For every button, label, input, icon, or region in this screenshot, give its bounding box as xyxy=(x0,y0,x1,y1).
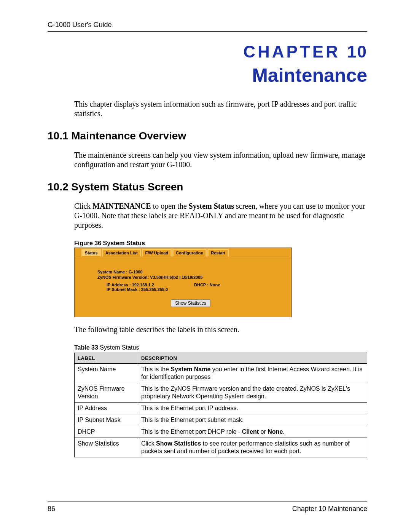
page-footer: 86 Chapter 10 Maintenance xyxy=(48,502,367,513)
figure-caption: Figure 36 System Status xyxy=(74,240,367,247)
section-10-2-body: Click MAINTENANCE to open the System Sta… xyxy=(74,201,367,230)
chapter-number: 10 xyxy=(347,42,367,61)
tab-fw-upload[interactable]: F/W Upload xyxy=(142,249,172,257)
screenshot-mask: IP Subnet Mask : 255.255.255.0 xyxy=(107,287,284,292)
screenshot-tab-row: Status Association List F/W Upload Confi… xyxy=(75,248,292,258)
screenshot-body: System Name : G-1000 ZyNOS Firmware Vers… xyxy=(75,258,292,317)
screenshot-dhcp: DHCP : None xyxy=(194,283,220,287)
th-label: LABEL xyxy=(75,353,138,364)
cell-label: IP Subnet Mask xyxy=(75,414,138,426)
chapter-intro: This chapter displays system information… xyxy=(74,99,367,118)
table-row: IP Subnet Mask This is the Ethernet port… xyxy=(75,414,367,426)
system-status-table: LABEL DESCRIPTION System Name This is th… xyxy=(74,353,367,457)
table-row: Show Statistics Click Show Statistics to… xyxy=(75,438,367,457)
system-status-screenshot: Status Association List F/W Upload Confi… xyxy=(74,248,292,317)
tab-restart[interactable]: Restart xyxy=(207,249,229,257)
cell-label: Show Statistics xyxy=(75,438,138,457)
table-row: System Name This is the System Name you … xyxy=(75,364,367,383)
cell-desc: This is the Ethernet port subnet mask. xyxy=(138,414,367,426)
table-caption: Table 33 System Status xyxy=(74,344,367,351)
after-figure-text: The following table describes the labels… xyxy=(74,325,367,334)
show-statistics-button[interactable]: Show Statistics xyxy=(171,299,210,307)
section-10-1-body: The maintenance screens can help you vie… xyxy=(74,150,367,169)
tab-status[interactable]: Status xyxy=(81,249,101,257)
section-10-1-heading: 10.1 Maintenance Overview xyxy=(48,130,367,142)
section-10-2-heading: 10.2 System Status Screen xyxy=(48,181,367,193)
screenshot-ip: IP Address : 192.168.1.2 xyxy=(107,283,194,287)
th-description: DESCRIPTION xyxy=(138,353,367,364)
cell-desc: This is the ZyNOS Firmware version and t… xyxy=(138,383,367,403)
chapter-title: Maintenance xyxy=(48,64,367,86)
screenshot-firmware: ZyNOS Firmware Version: V3.50(HH.6)b2 | … xyxy=(97,275,284,280)
table-row: DHCP This is the Ethernet port DHCP role… xyxy=(75,426,367,438)
tab-association-list[interactable]: Association List xyxy=(102,249,141,257)
cell-label: System Name xyxy=(75,364,138,383)
table-row: ZyNOS Firmware Version This is the ZyNOS… xyxy=(75,383,367,403)
cell-label: IP Address xyxy=(75,403,138,414)
table-header-row: LABEL DESCRIPTION xyxy=(75,353,367,364)
chapter-label: CHAPTER 10 xyxy=(48,42,367,61)
cell-desc: This is the System Name you enter in the… xyxy=(138,364,367,383)
footer-chapter: Chapter 10 Maintenance xyxy=(292,505,367,513)
cell-label: ZyNOS Firmware Version xyxy=(75,383,138,403)
screenshot-system-name: System Name : G-1000 xyxy=(97,270,284,274)
tab-configuration[interactable]: Configuration xyxy=(172,249,207,257)
table-row: IP Address This is the Ethernet port IP … xyxy=(75,403,367,414)
chapter-word: CHAPTER xyxy=(243,42,340,61)
cell-desc: This is the Ethernet port DHCP role - Cl… xyxy=(138,426,367,438)
cell-label: DHCP xyxy=(75,426,138,438)
cell-desc: Click Show Statistics to see router perf… xyxy=(138,438,367,457)
cell-desc: This is the Ethernet port IP address. xyxy=(138,403,367,414)
page-number: 86 xyxy=(48,505,55,513)
running-header: G-1000 User's Guide xyxy=(48,21,367,32)
